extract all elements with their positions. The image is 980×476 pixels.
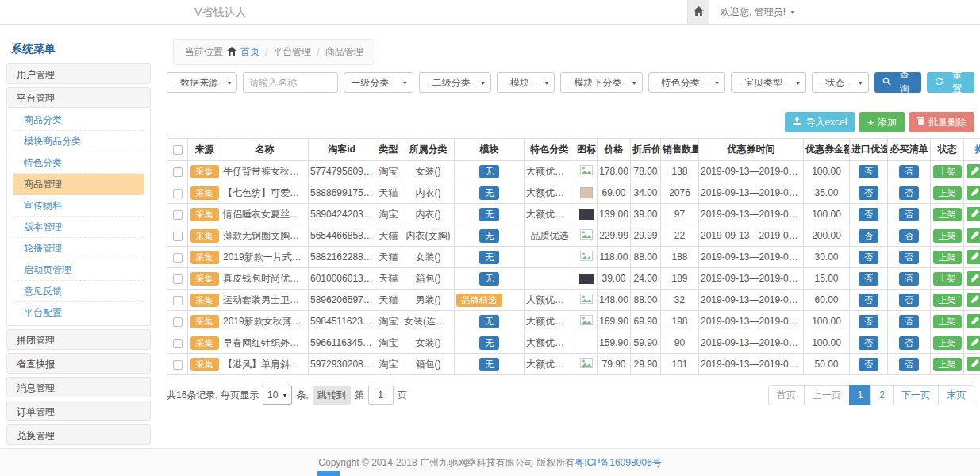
edit-button[interactable] [967,293,980,307]
sidebar-item[interactable]: 兑换管理 [6,424,151,445]
must-buy-toggle[interactable]: 否 [899,186,919,200]
sidebar-subitem[interactable]: 平台配置 [13,302,144,324]
page-size-select[interactable]: 10 ▼ [263,386,292,405]
chevron-down-icon: ▼ [402,80,408,86]
sidebar-item[interactable]: 拼团管理 [6,329,151,350]
sidebar-subitem[interactable]: 商品管理 [13,174,144,195]
status-badge[interactable]: 上架 [933,358,962,371]
row-checkbox[interactable] [173,274,183,284]
reset-button[interactable]: 重置 [927,72,974,93]
must-buy-toggle[interactable]: 否 [899,229,919,243]
sidebar-subitem[interactable]: 特色分类 [13,152,144,174]
import-select-toggle[interactable]: 否 [859,229,878,243]
edit-button[interactable] [967,357,980,371]
row-checkbox[interactable] [173,167,183,177]
filter-select[interactable]: --特色分类--▼ [648,72,725,93]
page-number-input[interactable] [368,386,394,405]
filter-select[interactable]: --数据来源--▼ [167,72,237,93]
filter-select[interactable]: --二级分类--▼ [419,72,491,93]
sidebar-subitem[interactable]: 宣传物料 [13,195,144,217]
module-cell: 品牌精选爱上运动 [455,290,525,311]
status-badge[interactable]: 上架 [933,165,962,178]
pager-button[interactable]: 2 [870,385,894,405]
filter-select[interactable]: --宝贝类型--▼ [731,72,806,93]
select-all-checkbox[interactable] [173,145,183,155]
import-select-toggle[interactable]: 否 [859,315,878,328]
status-badge[interactable]: 上架 [933,186,962,200]
status-badge[interactable]: 上架 [933,336,962,350]
import-select-toggle[interactable]: 否 [859,186,878,200]
icp-link[interactable]: 粤ICP备16098006号 [575,456,661,470]
row-checkbox[interactable] [173,339,183,348]
sidebar-subitem[interactable]: 模块商品分类 [13,131,144,152]
status-badge[interactable]: 上架 [933,294,962,307]
sidebar-subitem[interactable]: 商品分类 [13,109,144,131]
import-select-toggle[interactable]: 否 [859,272,878,286]
sidebar-subitem[interactable]: 版本管理 [13,217,144,238]
filter-select[interactable]: 一级分类▼ [344,72,413,93]
row-checkbox[interactable] [173,232,183,241]
edit-button[interactable] [967,186,980,200]
breadcrumb-home-link[interactable]: 首页 [240,45,259,59]
import-select-toggle[interactable]: 否 [859,208,878,221]
column-header: 进口优选 [850,139,888,161]
search-button[interactable]: 查询 [874,72,922,93]
edit-button[interactable] [967,336,980,350]
must-buy-toggle[interactable]: 否 [899,208,919,221]
edit-button[interactable] [967,271,980,286]
row-checkbox[interactable] [173,189,183,198]
name-filter-input[interactable] [243,72,338,93]
pager-button[interactable]: 1 [849,385,872,405]
sidebar-item[interactable]: 消息管理 [6,377,151,397]
user-menu[interactable]: 欢迎您, 管理员! ▼ [721,6,795,19]
must-buy-toggle[interactable]: 否 [899,358,919,371]
edit-button[interactable] [967,228,980,243]
sidebar-item[interactable]: 用户管理 [6,63,151,84]
row-checkbox[interactable] [173,253,183,263]
must-buy-toggle[interactable]: 否 [899,165,919,178]
pager-button[interactable]: 下一页 [893,385,939,405]
edit-button[interactable] [967,164,980,178]
import-select-toggle[interactable]: 否 [859,294,878,307]
status-badge[interactable]: 上架 [933,315,962,328]
edit-button[interactable] [967,207,980,221]
batch-delete-button[interactable]: 批量删除 [909,112,974,132]
must-buy-toggle[interactable]: 否 [899,336,919,350]
status-badge[interactable]: 上架 [933,208,962,221]
import-excel-button[interactable]: 导入excel [785,112,855,132]
pager-button[interactable]: 上一页 [804,385,850,405]
import-select-toggle[interactable]: 否 [859,358,878,371]
status-badge[interactable]: 上架 [933,229,962,243]
products-table: 来源名称淘客id类型所属分类模块特色分类图标价格折后价销售数量优惠券时间优惠券金… [167,138,980,375]
row-checkbox[interactable] [173,317,183,327]
row-checkbox[interactable] [173,210,183,220]
sidebar-subitem[interactable]: 轮播管理 [13,238,144,259]
jump-button[interactable]: 跳转到 [313,386,351,405]
pager-button[interactable]: 末页 [938,385,974,405]
sidebar-subitem[interactable]: 意见反馈 [13,281,144,302]
sidebar-subitem[interactable]: 启动页管理 [13,259,144,281]
row-checkbox[interactable] [173,296,183,305]
must-buy-toggle[interactable]: 否 [899,315,919,328]
import-select-toggle[interactable]: 否 [859,165,878,178]
pager-button[interactable]: 首页 [768,385,805,405]
sidebar-item[interactable]: 省直快报 [6,353,151,374]
add-button[interactable]: + 添加 [859,112,905,132]
sidebar-item[interactable]: 订单管理 [6,401,151,421]
status-badge[interactable]: 上架 [933,251,962,264]
must-buy-toggle[interactable]: 否 [899,251,919,264]
filter-select[interactable]: --模块--▼ [497,72,555,93]
row-checkbox[interactable] [173,360,183,370]
edit-button[interactable] [967,250,980,264]
must-buy-toggle[interactable]: 否 [899,272,919,286]
home-button[interactable] [687,0,709,24]
import-select-toggle[interactable]: 否 [859,251,878,264]
status-badge[interactable]: 上架 [933,272,962,286]
filter-select[interactable]: --状态--▼ [812,72,869,93]
sidebar-item[interactable]: 平台管理 [6,87,151,108]
source-badge: 采集 [190,294,219,307]
filter-select[interactable]: --模块下分类--▼ [560,72,642,93]
edit-button[interactable] [967,314,980,328]
import-select-toggle[interactable]: 否 [859,336,878,350]
must-buy-toggle[interactable]: 否 [899,294,919,307]
